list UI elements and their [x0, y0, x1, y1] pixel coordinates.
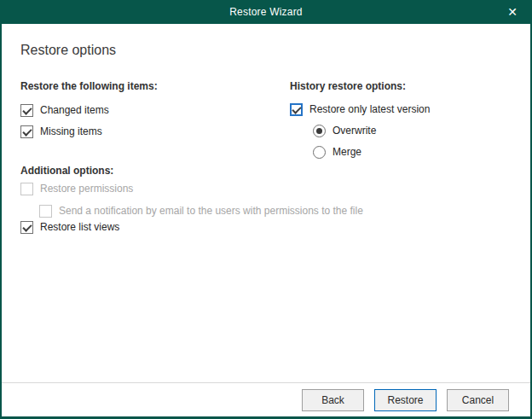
radio-row-merge: Merge	[313, 145, 361, 159]
checkbox-label: Send a notification by email to the user…	[59, 205, 363, 217]
window-title: Restore Wizard	[229, 6, 303, 18]
checkbox-row-restore-only-latest: Restore only latest version	[290, 102, 430, 116]
footer-buttons: Back Restore Cancel	[302, 389, 509, 411]
checkbox-label: Restore only latest version	[309, 103, 430, 115]
checkbox-row-changed-items: Changed items	[20, 103, 109, 117]
checkbox-label: Restore list views	[40, 221, 119, 233]
changed-items-checkbox[interactable]	[20, 104, 33, 117]
section-label-additional-options: Additional options:	[20, 165, 113, 177]
section-label-history-restore-options: History restore options:	[290, 80, 406, 92]
restore-permissions-checkbox	[20, 183, 33, 195]
send-notification-checkbox	[39, 205, 52, 218]
restore-only-latest-version-checkbox[interactable]	[290, 103, 303, 116]
back-button[interactable]: Back	[302, 389, 364, 411]
checkbox-row-send-notification: Send a notification by email to the user…	[39, 204, 363, 218]
radio-row-overwrite: Overwrite	[313, 124, 376, 137]
dialog-body: Restore options Restore the following it…	[2, 24, 530, 416]
radio-label: Merge	[332, 146, 361, 158]
overwrite-radio[interactable]	[313, 125, 326, 137]
merge-radio[interactable]	[313, 146, 326, 159]
page-title: Restore options	[20, 43, 116, 58]
restore-list-views-checkbox[interactable]	[20, 221, 33, 234]
missing-items-checkbox[interactable]	[20, 125, 33, 138]
titlebar: Restore Wizard ✕	[0, 0, 532, 24]
restore-wizard-dialog: Restore Wizard ✕ Restore options Restore…	[0, 0, 532, 419]
checkbox-label: Changed items	[40, 104, 109, 116]
footer-separator	[2, 382, 530, 383]
cancel-button[interactable]: Cancel	[447, 389, 509, 411]
restore-button[interactable]: Restore	[374, 389, 437, 411]
checkbox-row-missing-items: Missing items	[20, 125, 102, 138]
checkbox-label: Missing items	[40, 125, 102, 137]
checkbox-row-restore-permissions: Restore permissions	[20, 182, 133, 195]
checkbox-row-restore-list-views: Restore list views	[20, 220, 119, 234]
checkbox-label: Restore permissions	[40, 183, 133, 195]
close-icon[interactable]: ✕	[500, 0, 525, 24]
section-label-following-items: Restore the following items:	[20, 80, 158, 92]
radio-label: Overwrite	[332, 125, 376, 137]
